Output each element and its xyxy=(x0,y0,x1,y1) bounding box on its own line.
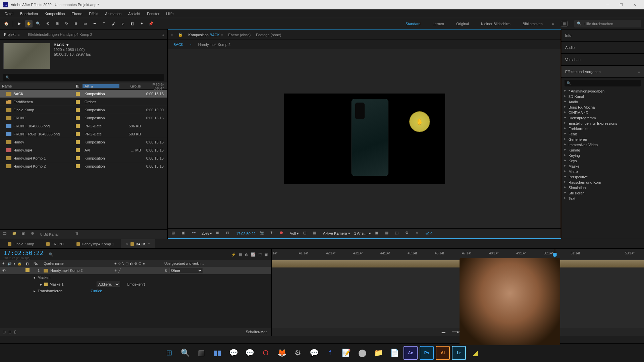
roi-icon[interactable]: ▢ xyxy=(303,231,309,237)
workspace-original[interactable]: Original xyxy=(453,20,472,27)
render-icon[interactable]: ▣ xyxy=(264,252,268,257)
maximize-button[interactable]: ☐ xyxy=(614,0,628,9)
whatsapp-icon[interactable]: 💬 xyxy=(243,346,257,360)
layer-row-1[interactable]: 👁 1 Handy.mp4 Komp 2 ✦╱ ⊚ Ohne xyxy=(0,267,271,274)
effect-category[interactable]: Einstellungen für Expressions xyxy=(561,121,644,126)
color-icon[interactable]: ⬣ xyxy=(280,231,286,237)
transparency-icon[interactable]: ▦ xyxy=(313,231,319,237)
pen-tool-icon[interactable]: ✒ xyxy=(91,20,98,27)
motion-blur-icon[interactable]: ◐ xyxy=(245,252,248,257)
new-comp-icon[interactable]: ▣ xyxy=(21,231,28,237)
effect-settings-tab[interactable]: Effekteinstellungen Handy.mp4 Komp 2 xyxy=(24,29,96,39)
toggle-brackets-icon[interactable]: {} xyxy=(14,330,16,334)
effect-category[interactable]: Boris FX Mocha xyxy=(561,105,644,110)
timeline-search-icon[interactable]: 🔍 xyxy=(49,252,53,257)
zoom-out-icon[interactable]: ▬ xyxy=(442,330,445,334)
exposure-icon[interactable]: ☼ xyxy=(415,231,421,237)
project-item[interactable]: Finale KompKomposition0:00:10:00 xyxy=(0,106,167,114)
workspace-biblio[interactable]: Bibliotheken xyxy=(520,20,545,27)
3d-icon[interactable]: ⬚ xyxy=(395,231,401,237)
timeline-timecode[interactable]: 17:02:50:22 xyxy=(3,249,43,256)
effect-category[interactable]: * Animationsvorgaben xyxy=(561,88,644,94)
trash-icon[interactable]: 🗑 xyxy=(75,231,81,237)
obs-icon[interactable]: ⬤ xyxy=(355,346,369,360)
brush-tool-icon[interactable]: 🖌 xyxy=(110,20,117,27)
shape-tool-icon[interactable]: ▭ xyxy=(82,20,89,27)
exposure-value[interactable]: +0,0 xyxy=(425,232,433,236)
parent-col[interactable]: Übergeordnet und verkn… xyxy=(164,262,271,265)
interpret-icon[interactable]: 🗔 xyxy=(3,231,9,237)
notes-icon[interactable]: 📝 xyxy=(339,346,353,360)
workspace-kleiner[interactable]: Kleiner Bildschirm xyxy=(478,20,513,27)
pick-whip-icon[interactable]: ⊚ xyxy=(164,268,167,273)
workspace-standard[interactable]: Standard xyxy=(403,20,423,27)
dropdown-icon[interactable]: ▼ xyxy=(66,43,69,47)
new-folder-icon[interactable]: 📁 xyxy=(12,231,18,237)
workspace-overflow-icon[interactable]: » xyxy=(552,22,554,26)
messenger-icon[interactable]: 💬 xyxy=(307,346,321,360)
pixel-aspect-icon[interactable]: ▣ xyxy=(375,231,381,237)
firefox-icon[interactable]: 🦊 xyxy=(275,346,289,360)
snapshot-icon[interactable]: 📷 xyxy=(260,231,266,237)
home-icon[interactable]: 🏠 xyxy=(3,20,10,27)
effect-category[interactable]: 3D-Kanal xyxy=(561,94,644,99)
mask-icon[interactable]: 👓 xyxy=(192,231,198,237)
lock-col-icon[interactable]: 🔒 xyxy=(17,262,21,265)
comp-close-icon[interactable]: × xyxy=(171,33,173,37)
roto-tool-icon[interactable]: ✦ xyxy=(138,20,145,27)
zoom-tool-icon[interactable]: 🔍 xyxy=(35,20,42,27)
after-effects-taskbar-icon[interactable]: Ae xyxy=(404,346,418,360)
project-tab[interactable]: Projekt≡ xyxy=(0,29,24,39)
timeline-tab[interactable]: Finale Komp xyxy=(3,239,40,248)
comp-lock-icon[interactable]: 🔒 xyxy=(178,33,183,37)
search-taskbar-icon[interactable]: 🔍 xyxy=(178,346,192,360)
photoshop-taskbar-icon[interactable]: Ps xyxy=(420,346,434,360)
effect-category[interactable]: Perspektive xyxy=(561,174,644,180)
notepad-icon[interactable]: 📄 xyxy=(387,346,401,360)
resolution-dropdown[interactable]: Voll ▾ xyxy=(290,231,299,236)
effects-panel-tab[interactable]: Effekte und Vorgaben≡ xyxy=(561,66,644,78)
facebook-icon[interactable]: f xyxy=(323,346,337,360)
col-type[interactable]: Art ▲ xyxy=(83,84,119,88)
settings-icon[interactable]: ⚙ xyxy=(31,231,37,237)
show-snapshot-icon[interactable]: 👁 xyxy=(270,231,276,237)
col-duration[interactable]: Media-Dauer xyxy=(143,82,167,90)
effect-category[interactable]: Fehlt xyxy=(561,131,644,137)
layer-clip[interactable] xyxy=(272,260,644,267)
nr-col[interactable]: Nr. xyxy=(34,262,44,265)
bit-depth[interactable]: 8-Bit-Kanal xyxy=(40,232,58,236)
frame-blend-icon[interactable]: ▦ xyxy=(239,252,242,257)
lightroom-taskbar-icon[interactable]: Lr xyxy=(452,346,466,360)
app-icon-2[interactable]: ◢ xyxy=(468,346,482,360)
solo-col-icon[interactable]: ● xyxy=(13,262,15,265)
effect-category[interactable]: Audio xyxy=(561,99,644,105)
menu-animation[interactable]: Animation xyxy=(102,9,125,18)
effect-category[interactable]: Dienstprogramm xyxy=(561,115,644,121)
teams-icon[interactable]: 💬 xyxy=(226,346,240,360)
anchor-tool-icon[interactable]: ⊕ xyxy=(72,20,79,27)
comp-viewer[interactable] xyxy=(168,49,561,228)
toggle-modes-icon[interactable]: ⊟ xyxy=(8,330,11,334)
timeline-tab[interactable]: Handy.mp4 Komp 1 xyxy=(71,239,119,248)
comp-tab-footage[interactable]: Footage (ohne) xyxy=(256,33,281,37)
grid-icon[interactable]: ⊞ xyxy=(216,231,222,237)
task-view-icon[interactable]: ▦ xyxy=(194,346,208,360)
effects-search[interactable]: 🔍 xyxy=(565,80,641,86)
effect-category[interactable]: Farbkorrektur xyxy=(561,126,644,131)
menu-komposition[interactable]: Komposition xyxy=(41,9,68,18)
graph-editor-icon[interactable]: 📈 xyxy=(251,252,256,257)
project-item[interactable]: FRONTKomposition0:00:13:16 xyxy=(0,114,167,122)
project-item[interactable]: Handy.mp4AVI... MB0:00:13:16 xyxy=(0,146,167,154)
menu-ebene[interactable]: Ebene xyxy=(68,9,86,18)
effect-category[interactable]: Keys xyxy=(561,158,644,164)
effect-category[interactable]: CINEMA 4D xyxy=(561,110,644,115)
puppet-tool-icon[interactable]: 📌 xyxy=(147,20,155,27)
text-tool-icon[interactable]: T xyxy=(100,20,108,27)
menu-datei[interactable]: Datei xyxy=(1,9,17,18)
comp-tab-active[interactable]: Komposition BACK ≡ xyxy=(188,33,223,37)
transform-reset[interactable]: Zurück xyxy=(91,289,102,293)
rotate-tool-icon[interactable]: ↻ xyxy=(63,20,70,27)
menu-hilfe[interactable]: Hilfe xyxy=(163,9,177,18)
effect-category[interactable]: Maske xyxy=(561,164,644,169)
explorer-icon[interactable]: 📁 xyxy=(371,346,385,360)
